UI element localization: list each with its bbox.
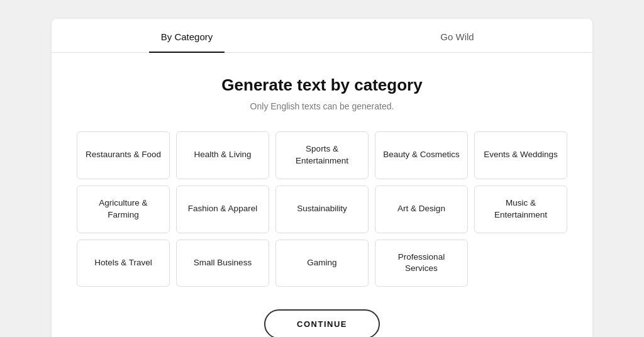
category-professional-services[interactable]: Professional Services	[375, 240, 468, 287]
category-agriculture-farming[interactable]: Agriculture & Farming	[77, 185, 170, 233]
category-restaurants-food[interactable]: Restaurants & Food	[77, 131, 170, 179]
continue-button-wrapper: CONTINUE	[77, 309, 567, 337]
category-sustainability[interactable]: Sustainability	[275, 185, 369, 233]
category-hotels-travel[interactable]: Hotels & Travel	[77, 240, 170, 287]
tab-bar: By Category Go Wild	[52, 19, 592, 53]
subtitle: Only English texts can be generated.	[77, 101, 567, 111]
category-health-living[interactable]: Health & Living	[176, 131, 269, 179]
continue-button[interactable]: CONTINUE	[264, 309, 380, 337]
page-title: Generate text by category	[77, 75, 567, 95]
category-fashion-apparel[interactable]: Fashion & Apparel	[176, 185, 269, 233]
main-card: By Category Go Wild Generate text by cat…	[52, 19, 592, 337]
category-small-business[interactable]: Small Business	[176, 240, 269, 287]
category-gaming[interactable]: Gaming	[275, 240, 369, 287]
tab-by-category[interactable]: By Category	[52, 19, 322, 52]
category-events-weddings[interactable]: Events & Weddings	[474, 131, 567, 179]
category-beauty-cosmetics[interactable]: Beauty & Cosmetics	[375, 131, 468, 179]
page-content: Generate text by category Only English t…	[52, 75, 592, 337]
category-empty	[474, 240, 567, 287]
category-art-design[interactable]: Art & Design	[375, 185, 468, 233]
tab-go-wild[interactable]: Go Wild	[322, 19, 592, 52]
category-grid: Restaurants & Food Health & Living Sport…	[77, 131, 567, 287]
category-music-entertainment[interactable]: Music & Entertainment	[474, 185, 567, 233]
category-sports-entertainment[interactable]: Sports & Entertainment	[275, 131, 369, 179]
